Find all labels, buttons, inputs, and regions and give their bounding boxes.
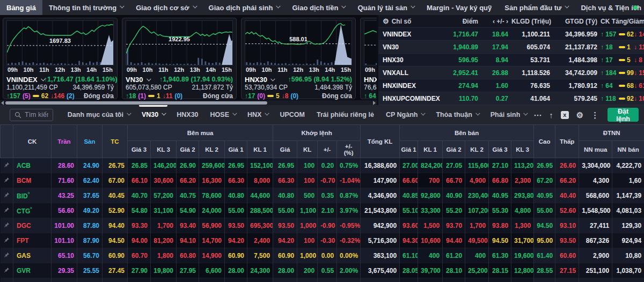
ticker-cell[interactable]: CTGº: [13, 203, 52, 218]
pin-cell[interactable]: [1, 188, 13, 203]
stock-row[interactable]: BCM 71.60 62.40 67.00 66.1030,60066.2016…: [1, 173, 644, 188]
sub-column-header[interactable]: KL 1: [418, 141, 443, 158]
stock-row[interactable]: HDB 22.65 20.25 21.45 21.50143,20021.551…: [1, 278, 644, 282]
nav-item[interactable]: Margin - Vay ký quỹ: [420, 0, 498, 15]
sub-column-header[interactable]: Giá 3: [489, 141, 511, 158]
place-order-button[interactable]: Đặt lệnh: [608, 108, 639, 122]
sub-column-header[interactable]: Giá 1: [400, 141, 418, 158]
market-tab[interactable]: Thỏa thuận: [430, 105, 484, 124]
market-tab[interactable]: VN30: [136, 105, 171, 124]
sub-column-header[interactable]: KL: [297, 141, 318, 158]
high-header[interactable]: Cao: [534, 125, 555, 158]
nav-item[interactable]: Sản phẩm đầu tư: [498, 0, 574, 15]
nav-item[interactable]: Giao dịch tiền: [286, 0, 351, 15]
ticker-cell[interactable]: BIDº: [13, 188, 52, 203]
sub-column-header[interactable]: +/-: [318, 141, 337, 158]
stock-row[interactable]: DGC 101.00 87.80 94.40 93.301,70093.4056…: [1, 218, 644, 233]
pin-cell[interactable]: [1, 263, 13, 278]
chart-index-name[interactable]: HNX30: [245, 76, 274, 84]
market-tab[interactable]: Danh mục của tôi: [62, 105, 136, 124]
pin-cell[interactable]: [1, 218, 13, 233]
pin-icon[interactable]: [4, 267, 10, 273]
stock-search-box[interactable]: [10, 109, 53, 121]
pin-cell[interactable]: [1, 173, 13, 188]
pin-cell[interactable]: [1, 278, 13, 282]
ticker-cell[interactable]: GVR: [13, 263, 52, 278]
total-volume-header[interactable]: Tổng KL: [361, 125, 400, 158]
chart-index-name[interactable]: VN30: [126, 76, 150, 84]
ticker-cell[interactable]: DGC: [13, 218, 52, 233]
ceiling-header[interactable]: Trần: [52, 125, 77, 158]
index-row[interactable]: VNXALL 2,952.41 26.88 1,118.526 34,742.0…: [378, 66, 644, 79]
change-header[interactable]: ‹ +/- ›: [481, 18, 511, 25]
search-input[interactable]: [25, 111, 48, 118]
market-tab[interactable]: HOSE: [204, 105, 241, 124]
floor-header[interactable]: Sàn: [77, 125, 103, 158]
index-row[interactable]: HNXINDEX 274.94 1.60 76.635 1,780.912 ↑ …: [378, 79, 644, 92]
pin-cell[interactable]: [1, 158, 13, 173]
scrollbar-thumb[interactable]: [5, 101, 267, 105]
low-header[interactable]: Thấp: [555, 125, 579, 158]
ticker-cell[interactable]: FPT: [13, 233, 52, 248]
ticker-header[interactable]: CK: [13, 125, 52, 158]
nav-item[interactable]: Bảng giá: [0, 0, 42, 15]
ticker-cell[interactable]: ACB: [13, 158, 52, 173]
stock-row[interactable]: ACB 28.60 24.90 26.75 26.85146,20026.902…: [1, 158, 644, 173]
nav-item[interactable]: Giao dịch phái sinh: [202, 0, 286, 15]
charts-scrollbar[interactable]: [0, 100, 377, 105]
pin-icon[interactable]: [4, 252, 10, 258]
sub-column-header[interactable]: NN mua: [579, 141, 612, 158]
market-tab[interactable]: HNX: [241, 105, 274, 124]
pin-icon[interactable]: [4, 222, 10, 228]
sub-column-header[interactable]: KL 2: [199, 141, 225, 158]
scroll-left-icon[interactable]: [1, 101, 4, 105]
index-row[interactable]: VNINDEX 1,716.47 18.64 1,100.211 34,396.…: [378, 28, 644, 41]
sub-column-header[interactable]: Giá 1: [225, 141, 247, 158]
arrow-up-icon[interactable]: ↑: [549, 111, 553, 119]
sub-column-header[interactable]: Giá: [273, 141, 297, 158]
market-tab[interactable]: Trái phiếu riêng lẻ: [311, 105, 380, 124]
sub-column-header[interactable]: NN bán: [612, 141, 644, 158]
sub-column-header[interactable]: KL 1: [247, 141, 273, 158]
sub-column-header[interactable]: +/-(%): [337, 141, 361, 158]
ticker-cell[interactable]: HDB: [13, 278, 52, 282]
stock-row[interactable]: FPT 101.10 87.90 94.50 94.0081,20094.101…: [1, 233, 644, 248]
index-row[interactable]: HNX30 596.95 8.94 53.731 1,484.398 ↑ 17 …: [378, 54, 644, 66]
more-icon[interactable]: ⋯: [533, 111, 541, 119]
scroll-right-icon[interactable]: [373, 101, 376, 105]
sub-column-header[interactable]: Giá 3: [128, 141, 151, 158]
stock-row[interactable]: GAS 65.10 56.70 60.90 60.701,80060.8014,…: [1, 248, 644, 263]
chart-index-name[interactable]: VNINDEX: [6, 76, 44, 84]
pin-cell[interactable]: [1, 233, 13, 248]
sub-column-header[interactable]: KL 3: [511, 141, 534, 158]
pin-cell[interactable]: [1, 248, 13, 263]
market-tab[interactable]: Phái sinh: [485, 105, 533, 124]
index-row[interactable]: HNXUPCOMINDEX 110.70 0.27 41.064 579.245…: [378, 92, 644, 105]
stock-row[interactable]: BIDº 43.25 37.65 40.45 40.7057,20040.757…: [1, 188, 644, 203]
index-row[interactable]: VN30 1,940.89 17.94 605.074 21,137.872 ↑…: [378, 41, 644, 54]
gear-icon[interactable]: ⚙: [576, 111, 583, 119]
pin-icon[interactable]: [4, 162, 10, 168]
stock-row[interactable]: GVR 29.35 25.55 27.45 27.9019,80027.956,…: [1, 263, 644, 278]
pin-icon[interactable]: [4, 207, 10, 213]
nav-item[interactable]: Quản lý tài sản: [351, 0, 420, 15]
gear-icon[interactable]: ⚙: [383, 17, 389, 25]
ticker-cell[interactable]: GAS: [13, 248, 52, 263]
market-tab[interactable]: CP Ngành: [380, 105, 430, 124]
sub-column-header[interactable]: KL 2: [465, 141, 489, 158]
nav-item[interactable]: Thông tin thị trường: [42, 0, 129, 15]
excel-export-icon[interactable]: x: [561, 111, 569, 119]
market-tab[interactable]: HNX30: [171, 105, 204, 124]
chart-index-name[interactable]: HNXI: [364, 76, 377, 84]
nav-item[interactable]: Giao dịch cơ sở: [129, 0, 202, 15]
reference-header[interactable]: TC: [103, 125, 128, 158]
kebab-menu-icon[interactable]: ⋮: [591, 111, 599, 119]
pin-icon[interactable]: [4, 192, 10, 198]
sub-column-header[interactable]: Giá 2: [443, 141, 465, 158]
pin-cell[interactable]: [1, 203, 13, 218]
pin-icon[interactable]: [4, 237, 10, 243]
stock-row[interactable]: CTGº 56.60 49.20 52.90 54.8031,10054.902…: [1, 203, 644, 218]
sub-column-header[interactable]: KL 3: [151, 141, 177, 158]
sub-column-header[interactable]: Giá 2: [177, 141, 199, 158]
ticker-cell[interactable]: BCM: [13, 173, 52, 188]
